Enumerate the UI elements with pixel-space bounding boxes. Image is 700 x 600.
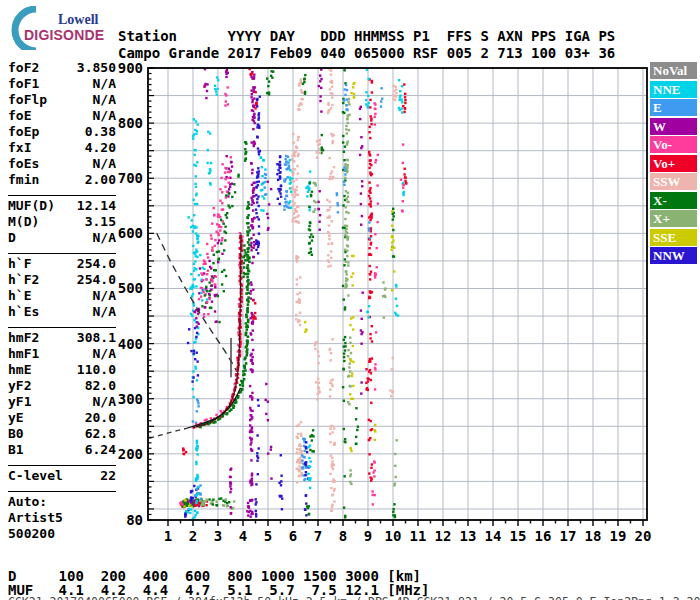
axis-tick-label: 10 <box>385 528 402 544</box>
axis-tick-label: 200 <box>118 446 143 462</box>
axis-tick-label: 6 <box>289 528 297 544</box>
ionogram-plot: 1234567891011121314151617181920900800700… <box>0 0 700 600</box>
legend-item-vo: Vo+ <box>650 155 697 172</box>
legend-label: NNW <box>650 247 685 264</box>
axis-tick-label: 11 <box>410 528 427 544</box>
axis-tick-label: 14 <box>485 528 502 544</box>
axis-tick-label: 4 <box>239 528 247 544</box>
axis-tick-label: 18 <box>585 528 602 544</box>
legend-label: W <box>650 118 666 135</box>
axis-tick-label: 500 <box>118 280 143 296</box>
echo-direction-legend: NoValNNEEWVo-Vo+SSWX-X+SSENNW <box>650 62 697 266</box>
axis-tick-label: 400 <box>118 336 143 352</box>
legend-label: Vo+ <box>650 155 675 172</box>
legend-item-x: X- <box>650 192 697 209</box>
legend-item-x: X+ <box>650 210 697 227</box>
legend-label: E <box>650 99 662 116</box>
legend-item-sse: SSE <box>650 229 697 246</box>
legend-item-e: E <box>650 99 697 116</box>
axis-tick-label: 300 <box>118 391 143 407</box>
axis-tick-label: 800 <box>118 115 143 131</box>
axis-tick-label: 900 <box>118 60 143 76</box>
ionogram-page: Lowell DIGISONDE Station YYYY DAY DDD HH… <box>0 0 700 600</box>
axis-tick-label: 3 <box>214 528 222 544</box>
axis-tick-label: 15 <box>510 528 527 544</box>
axis-tick-label: 80 <box>126 512 143 528</box>
axis-tick-label: 20 <box>635 528 652 544</box>
axis-tick-label: 1 <box>164 528 172 544</box>
legend-label: Vo- <box>650 136 672 153</box>
axis-tick-label: 16 <box>535 528 552 544</box>
legend-item-nnw: NNW <box>650 247 697 264</box>
axis-tick-label: 600 <box>118 225 143 241</box>
file-info-footer: CGK21_2017040065000.RSF / 384fx512h 50 k… <box>8 595 700 600</box>
axis-tick-label: 8 <box>339 528 347 544</box>
axis-tick-label: 17 <box>560 528 577 544</box>
legend-item-ssw: SSW <box>650 173 697 190</box>
legend-label: NNE <box>650 81 680 98</box>
axis-tick-label: 12 <box>435 528 452 544</box>
legend-item-noval: NoVal <box>650 62 697 79</box>
axis-tick-label: 2 <box>189 528 197 544</box>
legend-label: X- <box>650 192 667 209</box>
axis-tick-label: 19 <box>610 528 627 544</box>
legend-item-nne: NNE <box>650 81 697 98</box>
legend-label: NoVal <box>650 62 687 79</box>
axis-tick-label: 700 <box>118 170 143 186</box>
legend-label: SSW <box>650 173 680 190</box>
legend-item-vo: Vo- <box>650 136 697 153</box>
legend-item-w: W <box>650 118 697 135</box>
axis-tick-label: 9 <box>364 528 372 544</box>
legend-label: SSE <box>650 229 676 246</box>
axis-tick-label: 7 <box>314 528 322 544</box>
axis-tick-label: 13 <box>460 528 477 544</box>
legend-label: X+ <box>650 210 670 227</box>
axis-tick-label: 5 <box>264 528 272 544</box>
